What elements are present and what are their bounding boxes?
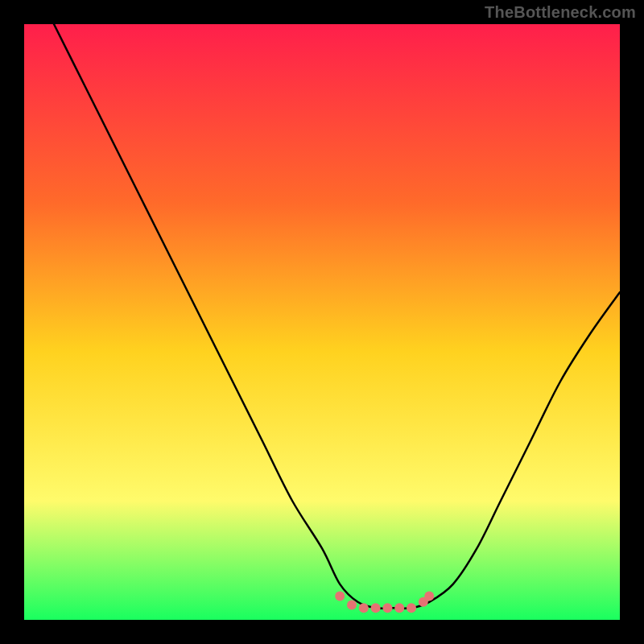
optimal-marker xyxy=(347,601,357,610)
optimal-marker xyxy=(407,603,416,613)
bottleneck-chart xyxy=(0,0,644,644)
optimal-marker xyxy=(359,603,369,613)
plot-background xyxy=(24,24,620,620)
optimal-marker xyxy=(371,603,381,613)
optimal-marker xyxy=(394,603,404,613)
watermark-text: TheBottleneck.com xyxy=(485,3,636,22)
optimal-marker xyxy=(382,603,392,613)
optimal-marker xyxy=(424,591,434,601)
optimal-marker xyxy=(335,591,345,601)
chart-stage: TheBottleneck.com xyxy=(0,0,644,644)
